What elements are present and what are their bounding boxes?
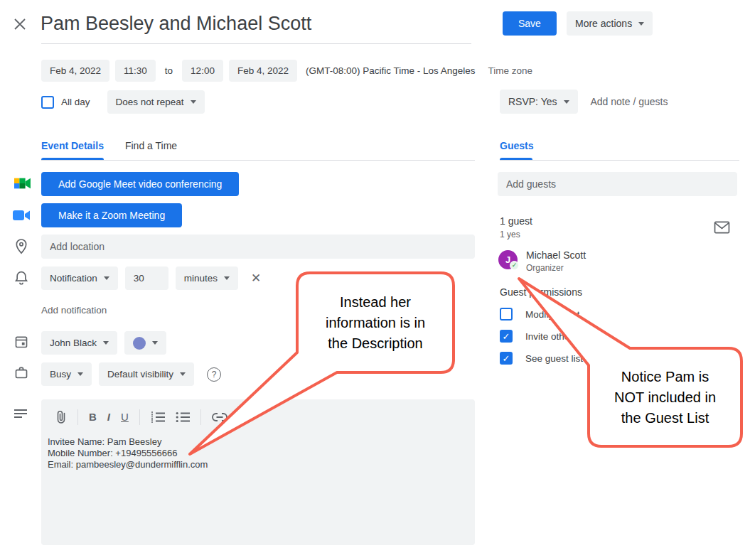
tab-find-a-time[interactable]: Find a Time — [125, 140, 177, 151]
guest-yes-count: 1 yes — [500, 230, 520, 239]
start-date-chip[interactable]: Feb 4, 2022 — [41, 60, 109, 82]
description-box[interactable]: B I U — [41, 399, 475, 545]
briefcase-icon — [14, 365, 28, 379]
repeat-dropdown[interactable]: Does not repeat — [107, 90, 205, 114]
tab-guests[interactable]: Guests — [500, 140, 533, 151]
avatar: J ✓ — [498, 250, 518, 269]
bold-button[interactable]: B — [89, 411, 97, 422]
add-notification-button[interactable]: Add notification — [41, 305, 107, 316]
invite-others-checkbox[interactable] — [500, 330, 513, 343]
description-line: Invitee Name: Pam Beesley — [48, 436, 475, 448]
description-text[interactable]: Invitee Name: Pam Beesley Mobile Number:… — [41, 425, 475, 470]
notification-type-dropdown[interactable]: Notification — [41, 266, 118, 290]
busy-dropdown[interactable]: Busy — [41, 362, 92, 386]
callout-guest-list-text: Notice Pam is NOT included in the Guest … — [590, 350, 740, 445]
add-guests-input[interactable] — [498, 172, 737, 196]
chevron-down-icon — [77, 372, 83, 376]
start-time-chip[interactable]: 11:30 — [115, 60, 156, 82]
chevron-down-icon — [180, 372, 186, 376]
location-input[interactable] — [41, 235, 475, 259]
to-label: to — [161, 65, 176, 76]
callout-description-text: Instead her information is in the Descri… — [299, 274, 452, 371]
guest-name[interactable]: Michael Scott — [526, 249, 586, 261]
guest-permissions-title: Guest permissions — [500, 286, 582, 298]
calendar-owner-dropdown[interactable]: John Black — [41, 331, 117, 355]
make-zoom-button[interactable]: Make it a Zoom Meeting — [41, 203, 182, 227]
guest-role: Organizer — [526, 263, 564, 273]
event-color-dropdown[interactable] — [124, 331, 166, 355]
timezone-text: (GMT-08:00) Pacific Time - Los Angeles — [303, 65, 476, 76]
modify-event-checkbox[interactable] — [500, 308, 513, 321]
chevron-down-icon — [638, 22, 644, 26]
event-color-swatch — [133, 337, 146, 350]
chevron-down-icon — [103, 341, 109, 345]
description-line: Mobile Number: +19495556666 — [48, 448, 475, 459]
attach-icon[interactable] — [55, 410, 67, 424]
location-pin-icon — [14, 238, 28, 255]
ordered-list-icon[interactable] — [151, 411, 165, 423]
chevron-down-icon — [564, 100, 569, 104]
more-actions-button[interactable]: More actions — [567, 11, 653, 36]
italic-button[interactable]: I — [107, 411, 110, 422]
see-guest-list-label: See guest list — [525, 353, 583, 364]
all-day-label: All day — [61, 97, 90, 107]
bell-icon — [14, 270, 28, 286]
link-icon[interactable] — [212, 413, 227, 421]
description-toolbar: B I U — [41, 399, 475, 425]
bulleted-list-icon[interactable] — [176, 411, 190, 423]
underline-button[interactable]: U — [121, 411, 129, 422]
zoom-camera-icon — [12, 208, 31, 222]
tab-event-details[interactable]: Event Details — [41, 140, 104, 151]
title-divider — [41, 43, 471, 44]
end-time-chip[interactable]: 12:00 — [182, 60, 223, 82]
chevron-down-icon — [191, 100, 196, 104]
description-line: Email: pambeesley@dundermifflin.com — [48, 459, 475, 470]
calendar-icon — [14, 335, 28, 349]
see-guest-list-checkbox[interactable] — [500, 352, 513, 365]
timezone-button[interactable]: Time zone — [481, 65, 533, 76]
close-icon[interactable] — [13, 17, 27, 31]
description-icon — [14, 409, 27, 419]
chevron-down-icon — [152, 341, 158, 345]
all-day-checkbox[interactable] — [41, 96, 54, 109]
add-meet-button[interactable]: Add Google Meet video conferencing — [41, 172, 239, 196]
envelope-icon[interactable] — [714, 221, 730, 234]
event-title[interactable]: Pam Beesley and Michael Scott — [41, 13, 311, 35]
save-button[interactable]: Save — [503, 11, 557, 36]
rsvp-dropdown[interactable]: RSVP: Yes — [500, 90, 578, 114]
remove-notification-icon[interactable]: ✕ — [251, 271, 261, 286]
notification-unit-dropdown[interactable]: minutes — [176, 266, 238, 290]
help-icon[interactable]: ? — [207, 367, 221, 382]
modify-event-label: Modify event — [525, 309, 580, 320]
event-editor-window: Pam Beesley and Michael Scott Save More … — [0, 0, 750, 560]
add-note-guests-button[interactable]: Add note / guests — [591, 96, 668, 107]
notification-value-input[interactable] — [125, 266, 168, 290]
chevron-down-icon — [224, 276, 230, 280]
end-date-chip[interactable]: Feb 4, 2022 — [229, 60, 297, 82]
google-meet-icon — [13, 176, 31, 191]
invite-others-label: Invite others — [525, 331, 578, 342]
check-badge-icon: ✓ — [510, 261, 519, 270]
guest-count: 1 guest — [500, 215, 532, 227]
chevron-down-icon — [104, 276, 109, 280]
visibility-dropdown[interactable]: Default visibility — [99, 362, 194, 386]
